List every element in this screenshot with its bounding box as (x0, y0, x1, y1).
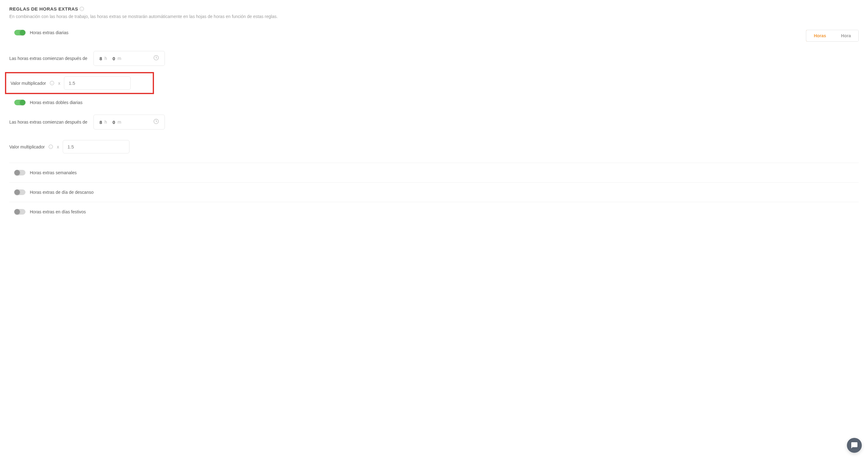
info-icon[interactable] (50, 81, 54, 85)
daily-double-hours-value: 8 (99, 120, 102, 125)
daily-double-multiplier-input[interactable] (63, 140, 129, 153)
section-description: En combinación con las horas de trabajo,… (9, 14, 859, 19)
toggle-holiday-overtime[interactable] (14, 209, 26, 215)
daily-hours-value: 8 (99, 56, 102, 61)
toggle-daily-double-overtime[interactable] (14, 100, 26, 105)
section-title-text: REGLAS DE HORAS EXTRAS (9, 6, 78, 11)
daily-double-multiplier-row: Valor multiplicador x (9, 138, 859, 155)
minutes-unit: m (118, 120, 121, 125)
daily-double-minutes-value: 0 (113, 120, 115, 125)
toggle-weekly-overtime[interactable] (14, 170, 26, 176)
toggle-restday-overtime[interactable] (14, 189, 26, 195)
toggle-daily-overtime-label: Horas extras diarias (30, 30, 69, 35)
toggle-holiday-label: Horas extras en días festivos (30, 209, 86, 214)
toggle-daily-double-label: Horas extras dobles diarias (30, 100, 83, 105)
multiply-symbol: x (58, 81, 60, 86)
daily-multiplier-row-highlighted: Valor multiplicador x (5, 72, 154, 94)
clock-icon (153, 55, 159, 62)
daily-start-label: Las horas extras comienzan después de (9, 56, 87, 61)
daily-double-multiplier-label: Valor multiplicador (9, 145, 45, 149)
toggle-restday-label: Horas extras de día de descanso (30, 190, 93, 195)
section-title: REGLAS DE HORAS EXTRAS (9, 6, 859, 11)
daily-multiplier-input[interactable] (64, 76, 131, 90)
info-icon[interactable] (80, 6, 84, 11)
segmented-control: Horas Hora (806, 30, 859, 41)
clock-icon (153, 119, 159, 125)
daily-time-input[interactable]: 8 h 0 m (93, 51, 165, 66)
daily-multiplier-label: Valor multiplicador (10, 81, 46, 86)
toggle-daily-overtime[interactable] (14, 30, 26, 35)
daily-minutes-value: 0 (113, 56, 115, 61)
chat-button[interactable] (847, 438, 862, 453)
daily-double-time-input[interactable]: 8 h 0 m (93, 115, 165, 129)
minutes-unit: m (118, 56, 121, 61)
segment-hora[interactable]: Hora (834, 30, 858, 41)
info-icon[interactable] (49, 145, 53, 149)
multiply-symbol: x (57, 145, 59, 149)
daily-double-start-label: Las horas extras comienzan después de (9, 120, 87, 125)
segment-horas[interactable]: Horas (806, 30, 834, 41)
hours-unit: h (104, 120, 107, 125)
toggle-weekly-label: Horas extras semanales (30, 170, 77, 175)
chat-icon (850, 441, 858, 449)
hours-unit: h (104, 56, 107, 61)
